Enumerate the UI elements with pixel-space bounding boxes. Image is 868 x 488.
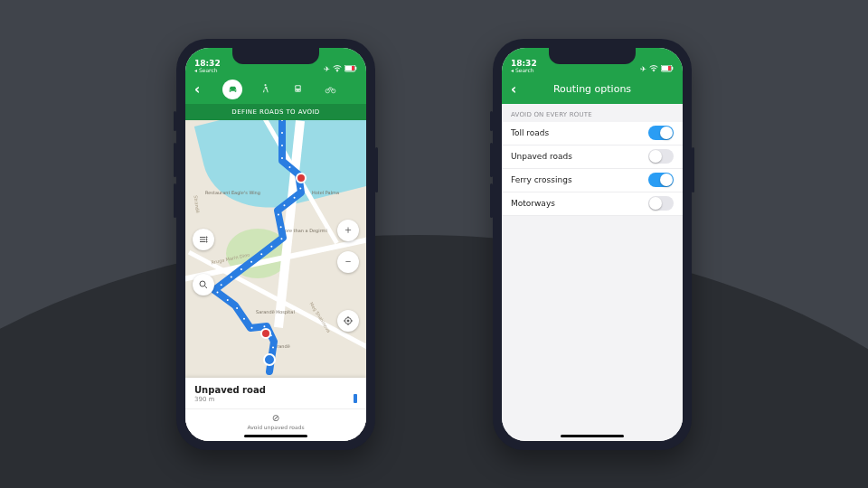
notch: [232, 48, 319, 64]
svg-point-17: [347, 320, 349, 322]
toggle-toll-roads[interactable]: [648, 126, 674, 140]
svg-rect-3: [345, 66, 352, 70]
poi-restaurant: Restaurant Eagle's Wing: [205, 191, 260, 196]
svg-point-12: [206, 236, 207, 237]
svg-point-9: [298, 90, 299, 91]
toggle-ferry-crossings[interactable]: [648, 173, 674, 187]
bottom-sheet[interactable]: Unpaved road 390 m ⊘ Avoid unpaved roads: [185, 378, 366, 441]
wifi-icon: [333, 65, 342, 72]
settings-row-label: Toll roads: [511, 128, 549, 137]
settings-header: ‹ Routing options: [502, 75, 683, 104]
mode-bike[interactable]: [320, 80, 340, 99]
water: [194, 120, 366, 223]
screen-left: 18:32 ◂ Search ✈ ‹ DEFINE ROADS TO AVOID: [185, 48, 366, 441]
svg-point-8: [296, 90, 297, 91]
poi-hotel: Hotel Palma: [312, 191, 339, 196]
layers-button[interactable]: [193, 229, 214, 250]
road-label-3: Strandë: [193, 194, 202, 212]
phone-right: 18:32 ◂ Search ✈ ‹ Routing options AVOID…: [493, 39, 692, 450]
segment-title: Unpaved road: [194, 385, 357, 395]
status-back[interactable]: ◂ Search: [511, 68, 537, 73]
settings-row-label: Motorways: [511, 199, 555, 208]
bookmark-icon[interactable]: [354, 394, 357, 403]
airplane-icon: ✈: [640, 65, 646, 73]
home-indicator: [561, 435, 624, 437]
zoom-out-button[interactable]: －: [337, 251, 359, 273]
battery-icon: [344, 65, 357, 72]
poi-hospital: Sarandë Hospital: [256, 310, 295, 315]
svg-rect-22: [668, 66, 671, 70]
screen-right: 18:32 ◂ Search ✈ ‹ Routing options AVOID…: [502, 48, 683, 441]
mode-header: ‹: [185, 75, 366, 104]
toggle-motorways[interactable]: [648, 196, 674, 211]
svg-rect-20: [672, 67, 673, 70]
settings-row-label: Ferry crossings: [511, 175, 572, 184]
back-button[interactable]: ‹: [502, 75, 525, 104]
svg-rect-21: [662, 66, 668, 70]
settings-list: Toll roadsUnpaved roadsFerry crossingsMo…: [502, 122, 683, 216]
toggle-unpaved-roads[interactable]: [648, 149, 674, 164]
phone-left: 18:32 ◂ Search ✈ ‹ DEFINE ROADS TO AVOID: [176, 39, 375, 450]
status-back[interactable]: ◂ Search: [194, 68, 221, 73]
zoom-in-button[interactable]: ＋: [337, 220, 359, 241]
avoid-label: Avoid unpaved roads: [185, 424, 366, 430]
route-segment-card[interactable]: Unpaved road 390 m: [185, 378, 366, 409]
settings-row-motorways[interactable]: Motorways: [502, 192, 683, 216]
settings-body: AVOID ON EVERY ROUTE Toll roadsUnpaved r…: [502, 104, 683, 441]
poi-city: Sarandë: [271, 344, 290, 350]
svg-point-14: [206, 240, 207, 241]
svg-rect-2: [355, 67, 356, 70]
mode-car[interactable]: [222, 80, 242, 99]
search-button[interactable]: [193, 274, 214, 296]
wifi-icon: [649, 65, 658, 72]
notch: [549, 48, 636, 64]
poi-text: more than a Degirmi: [280, 229, 327, 234]
svg-point-11: [331, 89, 335, 93]
settings-row-ferry-crossings[interactable]: Ferry crossings: [502, 169, 683, 192]
svg-rect-7: [296, 86, 299, 89]
pin-current-location[interactable]: [263, 353, 276, 366]
home-indicator: [244, 435, 307, 437]
svg-point-5: [264, 84, 266, 86]
svg-point-15: [200, 281, 205, 286]
pin-destination[interactable]: [296, 173, 307, 183]
svg-rect-4: [352, 66, 354, 70]
define-roads-banner[interactable]: DEFINE ROADS TO AVOID: [185, 104, 366, 120]
segment-distance: 390 m: [194, 396, 357, 403]
battery-icon: [661, 65, 674, 72]
pin-waypoint[interactable]: [260, 328, 271, 339]
settings-row-unpaved-roads[interactable]: Unpaved roads: [502, 145, 683, 169]
mode-walk[interactable]: [255, 80, 275, 99]
settings-row-toll-roads[interactable]: Toll roads: [502, 122, 683, 145]
svg-point-18: [653, 70, 655, 72]
airplane-icon: ✈: [324, 65, 330, 73]
mode-transit[interactable]: [288, 80, 307, 99]
back-button[interactable]: ‹: [185, 75, 209, 104]
svg-point-13: [206, 239, 207, 239]
svg-point-0: [336, 70, 338, 72]
section-header: AVOID ON EVERY ROUTE: [502, 104, 683, 122]
svg-point-10: [326, 89, 329, 93]
locate-button[interactable]: [337, 310, 359, 332]
phones-row: 18:32 ◂ Search ✈ ‹ DEFINE ROADS TO AVOID: [0, 0, 868, 488]
avoid-icon: ⊘: [185, 413, 366, 423]
stage: 18:32 ◂ Search ✈ ‹ DEFINE ROADS TO AVOID: [0, 0, 868, 488]
page-title: Routing options: [525, 83, 659, 95]
settings-row-label: Unpaved roads: [511, 152, 572, 161]
mode-selector: [209, 80, 354, 99]
